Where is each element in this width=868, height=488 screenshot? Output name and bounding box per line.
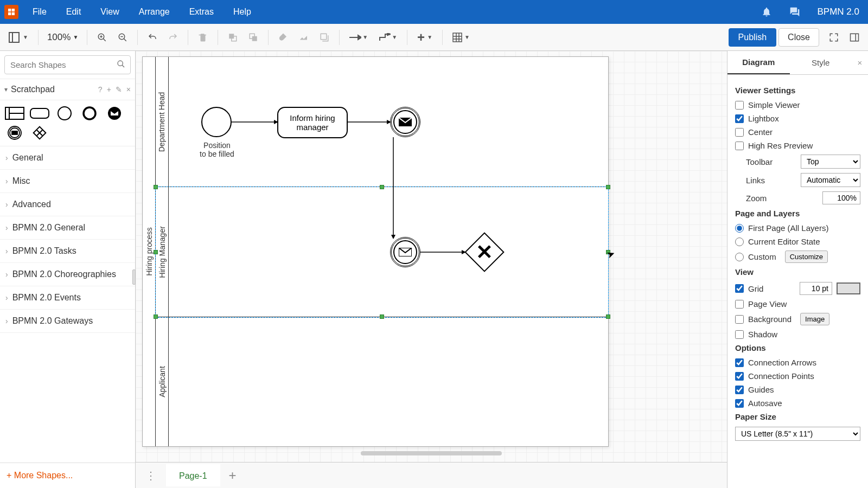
- publish-button[interactable]: Publish: [729, 28, 776, 47]
- scratchpad-close-icon[interactable]: ×: [126, 85, 131, 94]
- to-front-icon[interactable]: [224, 29, 242, 46]
- scratchpad-header[interactable]: ▾ Scratchpad ? + ✎ ×: [0, 79, 135, 100]
- exclusive-gateway[interactable]: ✕: [464, 232, 505, 272]
- insert-dropdown[interactable]: + ▼: [413, 27, 437, 48]
- zoom-out-icon[interactable]: [113, 29, 132, 46]
- fill-color-icon[interactable]: [274, 29, 292, 46]
- canvas-area: Hiring process Department Head Position …: [136, 51, 727, 488]
- section-options: Options: [735, 343, 860, 352]
- radio-custom[interactable]: [735, 253, 744, 261]
- checkbox-grid[interactable]: [735, 284, 744, 293]
- task-inform-hiring-manager[interactable]: Inform hiring manager: [277, 107, 348, 138]
- horizontal-scrollbar[interactable]: [361, 451, 502, 455]
- more-shapes-button[interactable]: + More Shapes...: [0, 463, 135, 488]
- line-color-icon[interactable]: [295, 29, 313, 46]
- start-event-label: Position to be filled: [193, 141, 241, 158]
- select-paper-size[interactable]: US Letter (8.5" x 11"): [735, 427, 860, 441]
- search-shapes-input[interactable]: [4, 55, 131, 74]
- redo-icon[interactable]: [164, 29, 182, 46]
- tab-style[interactable]: Style: [790, 51, 852, 74]
- undo-icon[interactable]: [143, 29, 162, 46]
- connection-style-dropdown[interactable]: ▼: [345, 31, 372, 44]
- diagram-page[interactable]: Hiring process Department Head Position …: [142, 56, 609, 447]
- shape-task[interactable]: [29, 106, 50, 121]
- checkbox-page-view[interactable]: [735, 300, 744, 309]
- category-item[interactable]: BPMN 2.0 Tasks: [0, 240, 135, 263]
- svg-point-22: [118, 61, 123, 66]
- scratchpad-help-icon[interactable]: ?: [98, 85, 103, 94]
- category-item[interactable]: BPMN 2.0 Choreographies: [0, 263, 135, 286]
- add-page-icon[interactable]: +: [220, 468, 245, 483]
- fullscreen-icon[interactable]: [825, 29, 843, 46]
- scratchpad-edit-icon[interactable]: ✎: [116, 85, 122, 94]
- panel-close-icon[interactable]: ×: [852, 51, 868, 74]
- message-throw-event[interactable]: [390, 107, 420, 137]
- checkbox-simple-viewer[interactable]: [735, 101, 744, 110]
- category-item[interactable]: General: [0, 146, 135, 170]
- background-image-button[interactable]: Image: [800, 313, 829, 325]
- input-grid-size[interactable]: [800, 282, 832, 295]
- checkbox-lightbox[interactable]: [735, 114, 744, 123]
- lane-hiring-manager[interactable]: Hiring Manager ✕: [156, 187, 608, 317]
- svg-line-7: [124, 38, 127, 41]
- checkbox-background[interactable]: [735, 315, 744, 324]
- menu-extras[interactable]: Extras: [184, 5, 219, 19]
- zoom-in-icon[interactable]: [93, 29, 111, 46]
- category-item[interactable]: BPMN 2.0 General: [0, 216, 135, 240]
- scratchpad-add-icon[interactable]: +: [107, 85, 111, 94]
- svg-rect-15: [453, 33, 462, 42]
- checkbox-shadow[interactable]: [735, 330, 744, 339]
- shape-gateway[interactable]: [29, 125, 50, 140]
- start-event[interactable]: [201, 107, 232, 137]
- customize-button[interactable]: Customize: [785, 251, 828, 263]
- format-panel-toggle-icon[interactable]: [845, 29, 864, 46]
- zoom-dropdown[interactable]: 100% ▼: [44, 30, 81, 45]
- lane-applicant[interactable]: Applicant: [156, 317, 608, 446]
- checkbox-guides[interactable]: [735, 386, 744, 394]
- category-item[interactable]: BPMN 2.0 Gateways: [0, 310, 135, 333]
- radio-first-page[interactable]: [735, 224, 744, 233]
- shadow-icon[interactable]: [315, 29, 334, 46]
- menu-file[interactable]: File: [27, 5, 52, 19]
- to-back-icon[interactable]: [244, 29, 263, 46]
- waypoint-style-dropdown[interactable]: ▼: [374, 30, 401, 45]
- select-toolbar[interactable]: Top: [801, 155, 860, 169]
- checkbox-autosave[interactable]: [735, 399, 744, 408]
- shape-message-intermediate[interactable]: [4, 125, 25, 140]
- svg-rect-20: [851, 34, 859, 41]
- input-zoom[interactable]: [822, 191, 860, 204]
- shape-pool[interactable]: [4, 106, 25, 121]
- radio-current-editor[interactable]: [735, 237, 744, 246]
- comments-icon[interactable]: [785, 4, 805, 20]
- tab-diagram[interactable]: Diagram: [727, 51, 790, 74]
- page-tab[interactable]: Page-1: [166, 464, 220, 486]
- menu-help[interactable]: Help: [228, 5, 257, 19]
- checkbox-center[interactable]: [735, 128, 744, 137]
- table-dropdown[interactable]: ▼: [448, 29, 474, 46]
- view-mode-dropdown[interactable]: ▼: [4, 29, 33, 46]
- category-item[interactable]: Advanced: [0, 193, 135, 216]
- menu-arrange[interactable]: Arrange: [133, 5, 175, 19]
- category-item[interactable]: Misc: [0, 170, 135, 193]
- app-logo[interactable]: [4, 5, 18, 19]
- page-menu-icon[interactable]: ⋮: [136, 469, 166, 482]
- checkbox-high-res[interactable]: [735, 142, 744, 150]
- delete-icon[interactable]: [194, 29, 212, 46]
- checkbox-conn-arrows[interactable]: [735, 358, 744, 367]
- lane-department-head[interactable]: Department Head Position to be filled In…: [156, 57, 608, 187]
- shape-message-end[interactable]: [104, 106, 125, 121]
- message-catch-event[interactable]: [390, 237, 420, 267]
- shape-end-event[interactable]: [79, 106, 100, 121]
- select-links[interactable]: Automatic: [801, 173, 860, 187]
- shape-start-event[interactable]: [54, 106, 75, 121]
- checkbox-conn-points[interactable]: [735, 372, 744, 381]
- grid-color-swatch[interactable]: [837, 282, 860, 294]
- close-button[interactable]: Close: [778, 28, 819, 47]
- category-item[interactable]: BPMN 2.0 Events: [0, 286, 135, 310]
- menu-edit[interactable]: Edit: [61, 5, 87, 19]
- notifications-icon[interactable]: [757, 4, 776, 20]
- search-icon[interactable]: [117, 60, 125, 70]
- menu-view[interactable]: View: [95, 5, 124, 19]
- canvas-viewport[interactable]: Hiring process Department Head Position …: [136, 51, 727, 462]
- section-page-layers: Page and Layers: [735, 209, 860, 218]
